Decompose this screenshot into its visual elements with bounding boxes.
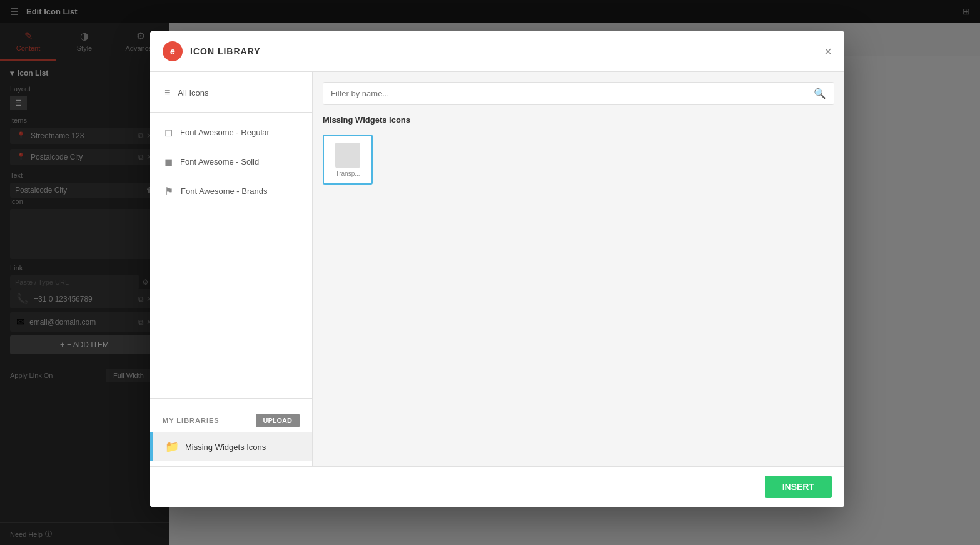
icon-library-modal: e ICON LIBRARY × ≡ All Icons ◻ Font Awes… [150,31,844,507]
nav-item-label: All Icons [178,88,208,98]
my-libraries-label: MY LIBRARIES [163,417,220,424]
modal-footer: INSERT [150,466,844,507]
nav-item-label: Font Awesome - Brands [181,186,268,196]
fa-solid-icon: ◼ [164,156,173,168]
nav-item-all-icons[interactable]: ≡ All Icons [150,78,312,107]
fa-regular-icon: ◻ [164,126,173,138]
nav-item-fa-regular[interactable]: ◻ Font Awesome - Regular [150,118,312,147]
folder-icon: 📁 [165,440,179,454]
libraries-header: MY LIBRARIES UPLOAD [150,409,312,432]
icon-item-label: Transp... [335,170,360,177]
modal-body: ≡ All Icons ◻ Font Awesome - Regular ◼ F… [150,72,844,466]
icon-preview-image [335,143,360,168]
nav-item-fa-solid[interactable]: ◼ Font Awesome - Solid [150,147,312,176]
nav-divider [150,112,312,113]
modal-content-area: 🔍 Missing Widgets Icons Transp... [313,72,844,466]
icon-item-transp[interactable]: Transp... [323,135,373,185]
upload-button[interactable]: UPLOAD [256,414,300,427]
modal-header: e ICON LIBRARY × [150,31,844,72]
icons-section-title: Missing Widgets Icons [323,115,834,125]
libraries-section: MY LIBRARIES UPLOAD 📁 Missing Widgets Ic… [150,404,312,466]
search-bar: 🔍 [323,82,834,105]
elementor-logo: e [163,41,183,61]
icons-grid: Transp... [323,135,834,185]
modal-overlay: e ICON LIBRARY × ≡ All Icons ◻ Font Awes… [0,0,980,545]
all-icons-icon: ≡ [164,87,170,98]
library-item-label: Missing Widgets Icons [185,442,266,452]
modal-title: ICON LIBRARY [190,46,261,56]
modal-sidebar: ≡ All Icons ◻ Font Awesome - Regular ◼ F… [150,72,313,466]
library-item-missing-widgets[interactable]: 📁 Missing Widgets Icons [150,432,312,461]
search-input[interactable] [331,89,814,98]
nav-item-label: Font Awesome - Solid [180,157,259,166]
search-icon: 🔍 [814,88,826,99]
modal-nav-list: ≡ All Icons ◻ Font Awesome - Regular ◼ F… [150,72,312,393]
fa-brands-icon: ⚑ [164,185,173,197]
insert-button[interactable]: INSERT [765,476,832,498]
modal-close-button[interactable]: × [824,45,832,58]
libraries-divider [150,398,312,399]
elementor-e-icon: e [170,46,175,56]
nav-item-label: Font Awesome - Regular [180,128,270,137]
nav-item-fa-brands[interactable]: ⚑ Font Awesome - Brands [150,176,312,206]
